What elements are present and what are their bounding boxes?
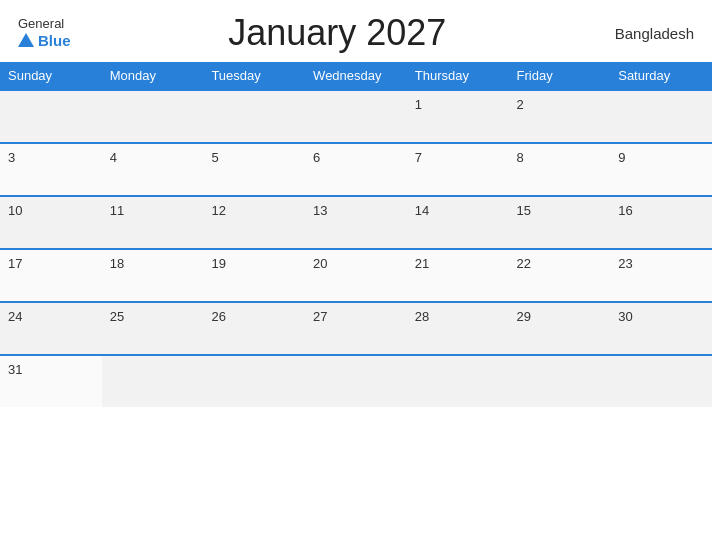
day-number: 9 — [618, 150, 625, 165]
calendar-day-empty — [407, 355, 509, 407]
day-number: 1 — [415, 97, 422, 112]
day-number: 27 — [313, 309, 327, 324]
day-number: 18 — [110, 256, 124, 271]
calendar-day-13: 13 — [305, 196, 407, 249]
weekday-header-wednesday: Wednesday — [305, 62, 407, 90]
calendar-day-14: 14 — [407, 196, 509, 249]
calendar-week-row: 31 — [0, 355, 712, 407]
logo-area: General Blue — [18, 17, 71, 48]
calendar-day-27: 27 — [305, 302, 407, 355]
logo-general-text: General — [18, 17, 64, 31]
calendar-day-empty — [509, 355, 611, 407]
calendar-day-8: 8 — [509, 143, 611, 196]
calendar-day-21: 21 — [407, 249, 509, 302]
calendar-day-empty — [305, 90, 407, 143]
day-number: 10 — [8, 203, 22, 218]
calendar-day-empty — [610, 355, 712, 407]
day-number: 12 — [211, 203, 225, 218]
day-number: 5 — [211, 150, 218, 165]
weekday-header-saturday: Saturday — [610, 62, 712, 90]
weekday-header-friday: Friday — [509, 62, 611, 90]
day-number: 29 — [517, 309, 531, 324]
day-number: 23 — [618, 256, 632, 271]
day-number: 21 — [415, 256, 429, 271]
calendar-day-3: 3 — [0, 143, 102, 196]
calendar-week-row: 3456789 — [0, 143, 712, 196]
calendar-day-empty — [610, 90, 712, 143]
calendar-day-24: 24 — [0, 302, 102, 355]
day-number: 8 — [517, 150, 524, 165]
calendar-day-empty — [203, 90, 305, 143]
day-number: 22 — [517, 256, 531, 271]
day-number: 16 — [618, 203, 632, 218]
calendar-table: SundayMondayTuesdayWednesdayThursdayFrid… — [0, 62, 712, 407]
calendar-day-4: 4 — [102, 143, 204, 196]
day-number: 15 — [517, 203, 531, 218]
day-number: 13 — [313, 203, 327, 218]
calendar-day-1: 1 — [407, 90, 509, 143]
calendar-day-25: 25 — [102, 302, 204, 355]
calendar-day-30: 30 — [610, 302, 712, 355]
calendar-day-7: 7 — [407, 143, 509, 196]
weekday-header-thursday: Thursday — [407, 62, 509, 90]
logo-triangle-icon — [18, 33, 34, 47]
calendar-day-15: 15 — [509, 196, 611, 249]
calendar-day-11: 11 — [102, 196, 204, 249]
calendar-week-row: 12 — [0, 90, 712, 143]
logo-blue-text: Blue — [18, 32, 71, 49]
day-number: 17 — [8, 256, 22, 271]
calendar-week-row: 10111213141516 — [0, 196, 712, 249]
calendar-day-17: 17 — [0, 249, 102, 302]
day-number: 31 — [8, 362, 22, 377]
day-number: 30 — [618, 309, 632, 324]
day-number: 2 — [517, 97, 524, 112]
calendar-title: January 2027 — [71, 12, 604, 54]
calendar-day-9: 9 — [610, 143, 712, 196]
day-number: 14 — [415, 203, 429, 218]
country-label: Bangladesh — [604, 25, 694, 42]
day-number: 25 — [110, 309, 124, 324]
day-number: 19 — [211, 256, 225, 271]
calendar-day-empty — [203, 355, 305, 407]
day-number: 26 — [211, 309, 225, 324]
calendar-day-18: 18 — [102, 249, 204, 302]
calendar-day-22: 22 — [509, 249, 611, 302]
weekday-header-monday: Monday — [102, 62, 204, 90]
day-number: 11 — [110, 203, 124, 218]
calendar-day-empty — [305, 355, 407, 407]
calendar-day-26: 26 — [203, 302, 305, 355]
weekday-header-sunday: Sunday — [0, 62, 102, 90]
calendar-day-20: 20 — [305, 249, 407, 302]
day-number: 6 — [313, 150, 320, 165]
calendar-week-row: 24252627282930 — [0, 302, 712, 355]
calendar-day-19: 19 — [203, 249, 305, 302]
calendar-day-23: 23 — [610, 249, 712, 302]
calendar-day-10: 10 — [0, 196, 102, 249]
day-number: 24 — [8, 309, 22, 324]
calendar-week-row: 17181920212223 — [0, 249, 712, 302]
calendar-day-empty — [0, 90, 102, 143]
day-number: 3 — [8, 150, 15, 165]
day-number: 4 — [110, 150, 117, 165]
calendar-day-31: 31 — [0, 355, 102, 407]
calendar-day-2: 2 — [509, 90, 611, 143]
calendar-container: General Blue January 2027 Bangladesh Sun… — [0, 0, 712, 550]
calendar-day-empty — [102, 90, 204, 143]
day-number: 7 — [415, 150, 422, 165]
calendar-day-empty — [102, 355, 204, 407]
day-number: 20 — [313, 256, 327, 271]
calendar-header: General Blue January 2027 Bangladesh — [0, 0, 712, 62]
weekday-header-row: SundayMondayTuesdayWednesdayThursdayFrid… — [0, 62, 712, 90]
calendar-day-16: 16 — [610, 196, 712, 249]
calendar-day-29: 29 — [509, 302, 611, 355]
calendar-day-5: 5 — [203, 143, 305, 196]
weekday-header-tuesday: Tuesday — [203, 62, 305, 90]
day-number: 28 — [415, 309, 429, 324]
calendar-day-6: 6 — [305, 143, 407, 196]
calendar-day-12: 12 — [203, 196, 305, 249]
calendar-day-28: 28 — [407, 302, 509, 355]
